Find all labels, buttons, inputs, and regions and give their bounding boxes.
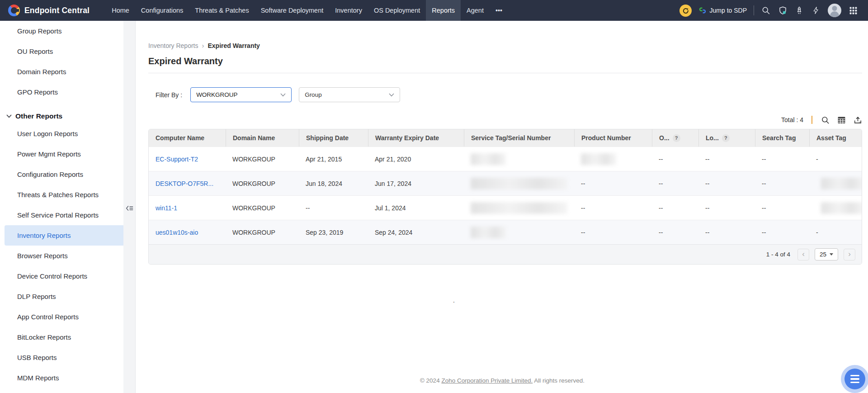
redacted-value bbox=[821, 178, 862, 189]
service-tag-cell bbox=[464, 171, 574, 195]
refresh-icon[interactable] bbox=[679, 5, 692, 17]
column-header-warranty-expiry-date[interactable]: Warranty Expiry Date bbox=[368, 129, 464, 147]
redacted-value bbox=[471, 227, 506, 238]
column-chooser-icon[interactable] bbox=[837, 115, 846, 124]
computer-name-link[interactable]: ues01w10s-aio bbox=[156, 229, 198, 236]
nav-item-configurations[interactable]: Configurations bbox=[135, 0, 189, 21]
breadcrumb-current: Expired Warranty bbox=[208, 42, 260, 49]
breadcrumb: Inventory Reports › Expired Warranty bbox=[148, 42, 862, 49]
lo-cell: -- bbox=[698, 171, 755, 195]
sidebar-item-ou-reports[interactable]: OU Reports bbox=[0, 41, 135, 62]
service-tag-cell bbox=[464, 220, 574, 244]
whats-new-rocket-icon[interactable] bbox=[794, 5, 804, 15]
sidebar-item-domain-reports[interactable]: Domain Reports bbox=[0, 62, 135, 82]
sidebar-item-browser-reports[interactable]: Browser Reports bbox=[0, 246, 135, 266]
sidebar-item-group-reports[interactable]: Group Reports bbox=[0, 21, 135, 41]
table-toolbar: Total : 4 bbox=[148, 114, 862, 125]
sidebar-section-other-reports[interactable]: Other Reports bbox=[0, 109, 135, 123]
table-search-icon[interactable] bbox=[821, 115, 830, 124]
column-header-search-tag[interactable]: Search Tag bbox=[755, 129, 809, 147]
shipping-date-cell: Sep 23, 2019 bbox=[299, 220, 368, 244]
apps-grid-icon[interactable] bbox=[848, 5, 858, 15]
nav-item-reports[interactable]: Reports bbox=[426, 0, 461, 21]
search-icon[interactable] bbox=[761, 5, 771, 15]
column-header-product-number[interactable]: Product Number bbox=[574, 129, 652, 147]
nav-item-agent[interactable]: Agent bbox=[461, 0, 490, 21]
service-tag-cell bbox=[464, 196, 574, 220]
sidebar-item-gpo-reports[interactable]: GPO Reports bbox=[0, 82, 135, 102]
asset-tag-cell: - bbox=[809, 220, 862, 244]
topbar-right-cluster: Jump to SDP bbox=[679, 4, 858, 17]
column-header-o-label: O... bbox=[659, 134, 670, 142]
sidebar-item-inventory-reports[interactable]: Inventory Reports bbox=[5, 225, 123, 246]
breadcrumb-parent[interactable]: Inventory Reports bbox=[148, 42, 198, 49]
zoho-corporation-link[interactable]: Zoho Corporation Private Limited. bbox=[441, 377, 533, 384]
prev-page-button[interactable]: ‹ bbox=[797, 249, 809, 260]
asset-tag-cell bbox=[809, 171, 862, 195]
jump-to-sdp-button[interactable]: Jump to SDP bbox=[698, 6, 747, 14]
scope-dropdown[interactable]: WORKGROUP bbox=[190, 87, 292, 102]
nav-item-software-deployment[interactable]: Software Deployment bbox=[255, 0, 330, 21]
nav-item-os-deployment[interactable]: OS Deployment bbox=[368, 0, 426, 21]
sidebar-item-threats-patches-reports[interactable]: Threats & Patches Reports bbox=[0, 185, 135, 205]
sidebar-item-mdm-reports[interactable]: MDM Reports bbox=[0, 368, 135, 388]
sidebar-item-device-control-reports[interactable]: Device Control Reports bbox=[0, 266, 135, 286]
table-row: DESKTOP-O7F5R... WORKGROUP Jun 18, 2024 … bbox=[149, 171, 862, 195]
scope-dropdown-value: WORKGROUP bbox=[196, 91, 238, 98]
chevron-down-icon bbox=[6, 114, 12, 118]
export-icon[interactable] bbox=[853, 115, 862, 124]
chevron-down-icon bbox=[280, 93, 286, 97]
column-header-computer-name[interactable]: Computer Name bbox=[149, 129, 226, 147]
help-icon[interactable]: ? bbox=[722, 134, 730, 142]
computer-name-link[interactable]: DESKTOP-O7F5R... bbox=[156, 180, 213, 187]
redacted-value bbox=[821, 202, 862, 214]
pagination-bar: 1 - 4 of 4 ‹ 25 › bbox=[149, 244, 862, 264]
column-header-o-truncated[interactable]: O... ? bbox=[652, 129, 698, 147]
sidebar-item-usb-reports[interactable]: USB Reports bbox=[0, 347, 135, 368]
group-dropdown[interactable]: Group bbox=[299, 87, 400, 102]
sidebar-collapse-icon[interactable] bbox=[125, 204, 134, 213]
top-navigation-bar: Endpoint Central Home Configurations Thr… bbox=[0, 0, 868, 21]
footer-copyright-prefix: © 2024 bbox=[420, 377, 440, 384]
sidebar-item-dlp-reports[interactable]: DLP Reports bbox=[0, 286, 135, 307]
shipping-date-cell: Apr 21, 2015 bbox=[299, 147, 368, 171]
title-divider bbox=[148, 73, 862, 73]
table-row: ues01w10s-aio WORKGROUP Sep 23, 2019 Sep… bbox=[149, 220, 862, 244]
sidebar-item-power-mgmt-reports[interactable]: Power Mgmt Reports bbox=[0, 144, 135, 164]
reports-sidebar: Group Reports OU Reports Domain Reports … bbox=[0, 21, 136, 393]
sidebar-item-configuration-reports[interactable]: Configuration Reports bbox=[0, 164, 135, 185]
floating-menu-button[interactable] bbox=[844, 369, 865, 389]
filter-row: Filter By : WORKGROUP Group bbox=[148, 87, 862, 102]
help-icon[interactable]: ? bbox=[673, 134, 680, 142]
endpoint-central-logo[interactable]: Endpoint Central bbox=[8, 5, 90, 16]
column-header-asset-tag[interactable]: Asset Tag bbox=[809, 129, 862, 147]
chevron-down-icon bbox=[389, 93, 394, 97]
topbar-divider bbox=[754, 5, 754, 15]
nav-item-inventory[interactable]: Inventory bbox=[329, 0, 368, 21]
nav-item-home[interactable]: Home bbox=[106, 0, 135, 21]
sidebar-item-bitlocker-reports[interactable]: BitLocker Reports bbox=[0, 327, 135, 347]
o-cell: -- bbox=[652, 171, 698, 195]
page-size-select[interactable]: 25 bbox=[815, 248, 838, 260]
domain-name-cell: WORKGROUP bbox=[226, 196, 299, 220]
column-header-shipping-date[interactable]: Shipping Date bbox=[299, 129, 368, 147]
search-tag-cell: -- bbox=[755, 220, 809, 244]
computer-name-link[interactable]: EC-Support-T2 bbox=[156, 156, 198, 163]
next-page-button[interactable]: › bbox=[844, 249, 855, 260]
user-avatar[interactable] bbox=[828, 4, 841, 17]
column-header-service-tag[interactable]: Service Tag/Serial Number bbox=[464, 129, 574, 147]
warranty-expiry-cell: Sep 24, 2024 bbox=[368, 220, 464, 244]
sidebar-item-app-control-reports[interactable]: App Control Reports bbox=[0, 307, 135, 327]
sidebar-item-user-logon-reports[interactable]: User Logon Reports bbox=[0, 123, 135, 144]
nav-item-more[interactable]: ••• bbox=[490, 0, 508, 21]
computer-name-link[interactable]: win11-1 bbox=[156, 204, 177, 212]
security-shield-icon[interactable] bbox=[778, 5, 788, 15]
domain-name-cell: WORKGROUP bbox=[226, 220, 299, 244]
nav-item-threats-patches[interactable]: Threats & Patches bbox=[189, 0, 255, 21]
column-header-domain-name[interactable]: Domain Name bbox=[226, 129, 299, 147]
quick-actions-flash-icon[interactable] bbox=[811, 5, 821, 15]
column-header-lo-truncated[interactable]: Lo... ? bbox=[698, 129, 755, 147]
table-header-row: Computer Name Domain Name Shipping Date … bbox=[149, 129, 862, 147]
domain-name-cell: WORKGROUP bbox=[226, 147, 299, 171]
sidebar-item-self-service-portal-reports[interactable]: Self Service Portal Reports bbox=[0, 205, 135, 225]
